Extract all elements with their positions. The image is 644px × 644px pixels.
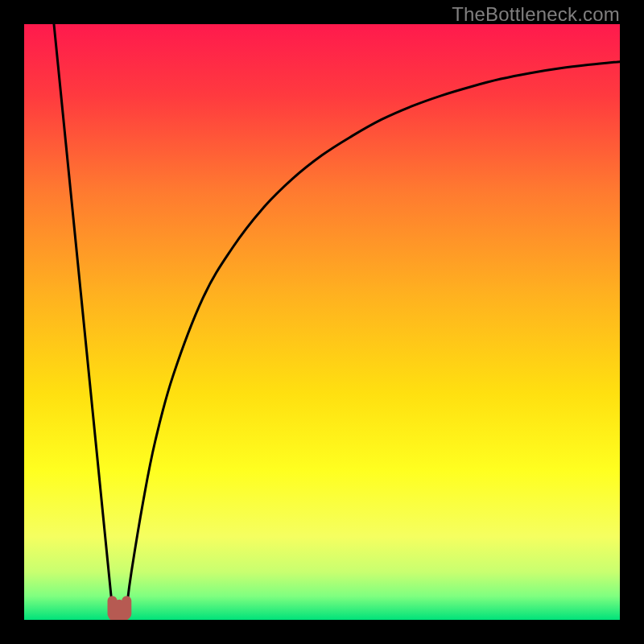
chart-frame: TheBottleneck.com [0, 0, 644, 644]
watermark-text: TheBottleneck.com [452, 3, 620, 26]
chart-svg [24, 24, 620, 620]
plot-area [24, 24, 620, 620]
valley-marker-icon [113, 601, 127, 616]
gradient-background [24, 24, 620, 620]
